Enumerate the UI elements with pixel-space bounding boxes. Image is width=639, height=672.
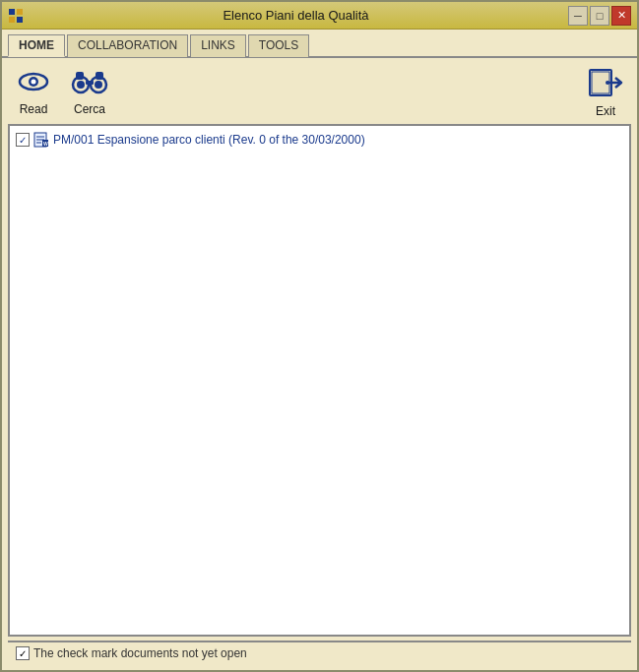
list-item-text: PM/001 Espansione parco clienti (Rev. 0 …: [53, 133, 365, 147]
svg-rect-3: [17, 17, 23, 23]
maximize-button[interactable]: □: [590, 6, 609, 26]
tab-home[interactable]: HOME: [8, 34, 65, 57]
svg-rect-12: [76, 72, 84, 80]
minimize-button[interactable]: ─: [568, 6, 588, 26]
cerca-label: Cerca: [74, 102, 105, 116]
tab-links[interactable]: LINKS: [190, 34, 246, 57]
content-area: Read: [2, 58, 637, 670]
eye-icon: [16, 68, 51, 100]
svg-rect-2: [9, 17, 15, 23]
cerca-button[interactable]: Cerca: [71, 68, 108, 116]
main-window: Elenco Piani della Qualità ─ □ ✕ HOME CO…: [0, 0, 639, 672]
app-icon: [8, 8, 24, 24]
svg-rect-13: [96, 72, 103, 80]
title-bar: Elenco Piani della Qualità ─ □ ✕: [2, 2, 637, 30]
list-item: ✓ W PM/001 Espansione parco clienti (Rev…: [14, 130, 625, 150]
item-checkbox[interactable]: ✓: [16, 133, 30, 147]
window-title: Elenco Piani della Qualità: [24, 8, 568, 23]
footer: ✓ The check mark documents not yet open: [8, 641, 631, 664]
list-container[interactable]: ✓ W PM/001 Espansione parco clienti (Rev…: [8, 124, 631, 637]
tab-tools[interactable]: TOOLS: [248, 34, 309, 57]
footer-checkbox[interactable]: ✓: [16, 646, 30, 660]
binoculars-icon: [71, 68, 108, 100]
toolbar: Read: [8, 64, 631, 120]
footer-text: The check mark documents not yet open: [33, 646, 247, 660]
exit-button[interactable]: Exit: [588, 68, 623, 118]
svg-rect-11: [86, 81, 94, 85]
svg-rect-1: [17, 9, 23, 15]
svg-text:W: W: [43, 141, 48, 147]
svg-point-10: [95, 81, 102, 89]
read-label: Read: [20, 102, 48, 116]
svg-point-17: [606, 81, 609, 85]
svg-point-8: [77, 81, 85, 89]
svg-point-6: [32, 80, 36, 85]
read-button[interactable]: Read: [16, 68, 51, 116]
exit-label: Exit: [596, 104, 615, 118]
window-controls: ─ □ ✕: [568, 6, 631, 26]
tabs-container: HOME COLLABORATION LINKS TOOLS: [2, 30, 637, 58]
exit-icon: [588, 68, 623, 102]
svg-rect-0: [9, 9, 15, 15]
close-button[interactable]: ✕: [611, 6, 631, 26]
doc-icon: W: [33, 132, 49, 148]
tab-collaboration[interactable]: COLLABORATION: [67, 34, 188, 57]
